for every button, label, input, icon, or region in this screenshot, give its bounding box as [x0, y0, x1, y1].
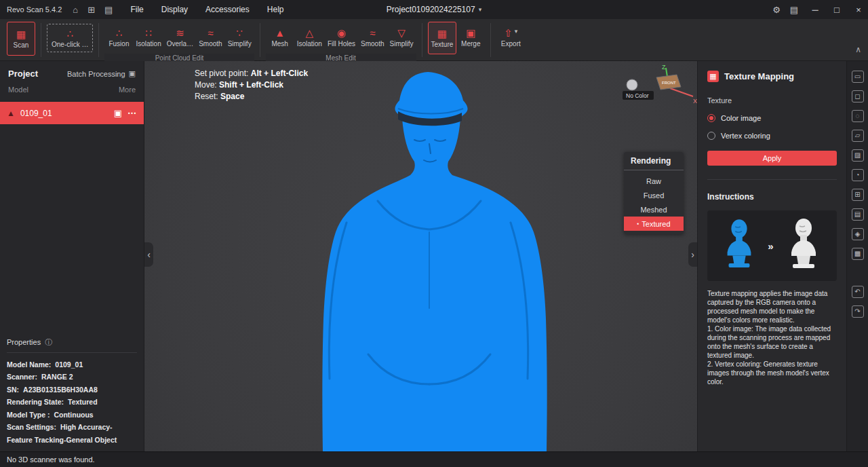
simplify-icon: ∵: [236, 28, 243, 39]
toolbar: ▦ Scan ∴ One-click … ∴ Fusion ∷ Isolatio…: [0, 19, 868, 61]
scanned-model-render[interactable]: [144, 61, 697, 451]
grid-tool-icon[interactable]: ▩: [852, 248, 864, 260]
model-list-item[interactable]: ▲ 0109_01 ▣ ⋯: [0, 102, 144, 124]
mesh-isolation-button[interactable]: △ Isolation: [294, 22, 325, 53]
collapse-right-panel-button[interactable]: ›: [688, 242, 697, 267]
close-button[interactable]: ×: [849, 0, 868, 19]
merge-icon: ▣: [466, 28, 475, 39]
more-button[interactable]: More: [119, 86, 136, 94]
textured-bust-image: [783, 217, 825, 274]
mesh-isolation-icon: △: [305, 28, 313, 39]
project-title-dropdown[interactable]: Project01092024225107 ▾: [387, 5, 481, 14]
fill-holes-button[interactable]: ◉ Fill Holes: [325, 22, 358, 53]
point-cloud-edit-group: ∴ Fusion ∷ Isolation ≋ Overla… ≈ Smooth …: [104, 22, 254, 63]
color-image-radio[interactable]: Color image: [707, 114, 837, 122]
batch-processing-button[interactable]: Batch Processing ▣: [67, 69, 136, 78]
scan-button[interactable]: ▦ Scan: [7, 22, 35, 56]
home-icon[interactable]: ⌂: [73, 5, 78, 15]
texture-button[interactable]: ▦ Texture: [428, 22, 457, 54]
fill-holes-icon: ◉: [337, 28, 346, 39]
lasso-select-icon[interactable]: ◌: [852, 110, 864, 122]
partial-select-icon[interactable]: ◔: [852, 169, 864, 181]
export-label: Export: [501, 40, 521, 48]
prop-value: A23B01315B6H30AA8: [23, 386, 98, 394]
prop-key: Model Type :: [7, 411, 50, 419]
menu-help[interactable]: Help: [267, 5, 284, 14]
rendering-option-label: Fused: [644, 191, 665, 200]
menu-file[interactable]: File: [130, 5, 143, 14]
info-icon[interactable]: ⓘ: [45, 337, 52, 348]
rendering-option-fused[interactable]: Fused: [624, 188, 684, 202]
layers-icon[interactable]: ▤: [852, 208, 864, 221]
orientation-gizmo[interactable]: Z X FRONT No Color: [621, 62, 697, 105]
project-sidebar: Project Batch Processing ▣ Model More ▲ …: [0, 61, 144, 451]
chevron-left-icon: ‹: [147, 249, 151, 260]
open-folder-icon[interactable]: ▤: [104, 5, 113, 15]
prop-key: Scan Settings:: [7, 423, 56, 431]
pc-simplify-button[interactable]: ∵ Simplify: [225, 22, 254, 53]
mesh-button[interactable]: ▲ Mesh: [266, 22, 294, 53]
model-texture-card-icon[interactable]: ▣: [114, 108, 122, 118]
rect-select-icon[interactable]: ▭: [852, 71, 864, 83]
toolbar-collapse-icon[interactable]: ∧: [855, 45, 861, 54]
model-name: 0109_01: [20, 109, 108, 118]
radio-unselected-icon[interactable]: [707, 132, 715, 140]
export-chevron-down-icon[interactable]: ▾: [515, 28, 518, 35]
prop-rendering-state: Rendering State:Textured: [7, 396, 137, 409]
settings-gear-icon[interactable]: ⚙: [768, 0, 785, 19]
instructions-illustration: »: [707, 210, 837, 281]
prop-scan-settings: Scan Settings:High Accuracy-Feature Trac…: [7, 421, 137, 446]
vertex-coloring-radio[interactable]: Vertex coloring: [707, 132, 837, 140]
overlap-button[interactable]: ≋ Overla…: [164, 22, 196, 53]
maximize-button[interactable]: □: [827, 0, 846, 19]
prop-scanner: Scanner:RANGE 2: [7, 371, 137, 384]
3d-viewport[interactable]: Set pivot point: Alt + Left-Click Move: …: [144, 61, 697, 451]
untextured-bust-image: [719, 217, 759, 274]
new-project-icon[interactable]: ⊞: [87, 5, 95, 15]
chevron-right-icon: ›: [691, 249, 694, 260]
scanner-status-message: No 3D scanner was found.: [7, 455, 95, 464]
merge-button[interactable]: ▣ Merge: [456, 22, 485, 53]
rendering-option-textured[interactable]: ▪ Textured: [624, 217, 684, 231]
redo-icon[interactable]: ↷: [852, 305, 864, 318]
add-selection-icon[interactable]: ⊞: [852, 189, 864, 201]
merge-label: Merge: [461, 40, 480, 48]
pc-smooth-button[interactable]: ≈ Smooth: [196, 22, 224, 53]
mesh-isolation-label: Isolation: [297, 40, 322, 48]
scan-icon: ▦: [16, 29, 26, 40]
prop-value: RANGE 2: [41, 373, 73, 381]
collapse-left-panel-button[interactable]: ‹: [144, 242, 153, 267]
one-click-button[interactable]: ∴ One-click …: [47, 24, 93, 52]
square-select-icon[interactable]: ◻: [852, 90, 864, 102]
fusion-button[interactable]: ∴ Fusion: [104, 22, 133, 53]
pc-isolation-button[interactable]: ∷ Isolation: [133, 22, 163, 53]
rendering-option-raw[interactable]: Raw: [624, 174, 684, 188]
prop-model-name: Model Name:0109_01: [7, 358, 137, 371]
brush-select-icon[interactable]: ▨: [852, 149, 864, 162]
radio-selected-icon[interactable]: [707, 114, 715, 122]
properties-panel: Properties ⓘ Model Name:0109_01 Scanner:…: [0, 337, 144, 447]
titlebar-right: ⚙ ▤ ─ □ ×: [768, 0, 868, 19]
menu-accessories[interactable]: Accessories: [205, 5, 250, 14]
overlap-icon: ≋: [176, 28, 184, 39]
mesh-smooth-icon: ≈: [370, 28, 375, 39]
diamond-tool-icon[interactable]: ◈: [852, 228, 864, 240]
rendering-panel-title: Rendering: [624, 152, 684, 170]
undo-icon[interactable]: ↶: [852, 286, 864, 298]
model-section-label: Model: [8, 86, 28, 94]
export-button[interactable]: ⇧ ▾ Export: [496, 22, 525, 53]
menu-display[interactable]: Display: [161, 5, 188, 14]
minimize-button[interactable]: ─: [806, 0, 825, 19]
texture-mapping-title: Texture Mapping: [724, 71, 794, 81]
mesh-simplify-button[interactable]: ▽ Simplify: [387, 22, 416, 53]
polygon-select-icon[interactable]: ▱: [852, 130, 864, 142]
mesh-smooth-button[interactable]: ≈ Smooth: [358, 22, 387, 53]
apply-button[interactable]: Apply: [707, 151, 837, 166]
texture-mapping-panel: ▦ Texture Mapping Texture Color image Ve…: [697, 61, 846, 451]
rendering-option-meshed[interactable]: Meshed: [624, 202, 684, 217]
feedback-icon[interactable]: ▤: [785, 0, 803, 19]
model-menu-icon[interactable]: ⋯: [127, 108, 137, 118]
prop-sn: SN:A23B01315B6H30AA8: [7, 384, 137, 396]
scan-label: Scan: [14, 41, 29, 49]
gizmo-sphere[interactable]: [627, 79, 637, 90]
